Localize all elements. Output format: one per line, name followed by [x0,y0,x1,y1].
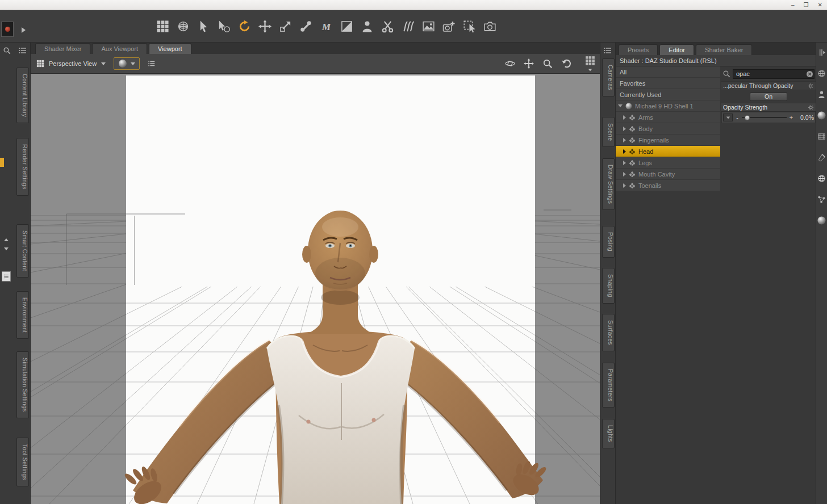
slider-thumb[interactable] [745,115,750,120]
tree-node-michael9-shell[interactable]: Michael 9 HD Shell 1 [616,100,720,111]
property-group-header[interactable]: ...pecular Through Opacity [721,81,816,90]
surface-row-arms[interactable]: Arms [616,112,720,123]
sidebar-tab-environment[interactable]: Environment [16,291,29,339]
surface-row-fingernails[interactable]: Fingernails [616,135,720,145]
universal-tool-button[interactable] [175,15,191,37]
region-navigator-tool-button[interactable] [420,15,437,37]
drawstyle-selector[interactable] [114,57,140,70]
dock-tab-lights[interactable]: Lights [602,419,615,448]
expand-icon[interactable] [623,183,626,188]
sidebar-tab-tool-settings[interactable]: Tool Settings [16,438,29,486]
pane-menu-icon[interactable] [18,46,27,55]
sphere-icon[interactable] [817,216,826,225]
search-icon[interactable] [3,47,11,54]
node-selection-tool-button[interactable] [195,15,212,37]
slider-decrement[interactable]: - [735,114,740,121]
dock-tab-posing[interactable]: Posing [602,226,615,258]
tab-editor[interactable]: Editor [659,44,694,55]
joint-editor-tool-button[interactable] [298,15,314,37]
create-camera-tool-button[interactable] [441,15,457,37]
active-rotate-tool-button[interactable] [236,15,253,37]
expand-icon[interactable] [623,127,626,131]
surface-selection-tool-button[interactable] [339,15,355,37]
minimize-button[interactable]: – [791,1,795,9]
pane-menu-icon[interactable] [603,46,612,55]
filter-all[interactable]: All [616,66,720,77]
reset-camera-icon[interactable] [561,58,571,69]
translate-tool-button[interactable] [257,15,273,37]
tab-presets[interactable]: Presets [619,44,658,55]
expand-collapse-icon[interactable] [618,104,623,107]
dock-tab-draw-settings[interactable]: Draw Settings [602,158,615,210]
paint-brush-icon[interactable] [817,153,826,162]
actor-icon[interactable] [817,90,826,99]
expand-icon[interactable] [623,172,626,177]
sidebar-tab-smart-content[interactable]: Smart Content [16,224,29,278]
maximize-button[interactable]: ❒ [804,1,809,9]
quick-access-thumbnail[interactable] [1,22,14,37]
scene-navigator-tool-button[interactable] [154,15,171,37]
world-globe-icon[interactable] [817,174,826,183]
filter-currently-used[interactable]: Currently Used [616,89,720,100]
surface-row-toenails[interactable]: Toenails [616,180,720,191]
tab-label: Aux Viewport [101,45,138,52]
dock-tab-parameters[interactable]: Parameters [602,363,615,408]
rotate-cursor-tool-button[interactable] [216,15,232,37]
panel-handle-icon[interactable] [817,48,826,57]
figure-setup-tool-button[interactable] [359,15,375,37]
scroll-down-icon[interactable] [4,245,9,251]
filter-label: All [620,69,626,75]
scroll-up-icon[interactable] [4,236,9,242]
property-search-input[interactable] [733,69,815,79]
pane-popout-icon[interactable] [2,271,11,282]
zoom-camera-icon[interactable] [542,58,553,69]
sidebar-tab-simulation-settings[interactable]: Simulation Settings [16,351,29,418]
geometry-editor-tool-button[interactable] [379,15,396,37]
viewport-canvas[interactable] [31,74,600,504]
gear-icon[interactable] [808,83,814,89]
dock-tab-scene[interactable]: Scene [602,117,615,147]
view-selector-dropdown-icon[interactable] [101,62,106,65]
clear-search-icon[interactable] [807,71,813,77]
render-film-icon[interactable] [817,132,826,141]
expand-icon[interactable] [623,115,626,120]
pan-camera-icon[interactable] [524,58,534,69]
parameter-options-dropdown[interactable] [723,114,733,121]
surface-row-mouth-cavity[interactable]: Mouth Cavity [616,169,720,179]
dock-tab-shaping[interactable]: Shaping [602,268,615,304]
gear-icon[interactable] [808,104,814,111]
surface-row-body[interactable]: Body [616,123,720,134]
tab-aux-viewport[interactable]: Aux Viewport [92,43,147,54]
play-arrow-icon[interactable] [22,27,26,33]
surface-row-legs[interactable]: Legs [616,157,720,168]
tab-shader-baker[interactable]: Shader Baker [696,44,752,55]
camera-view-selector[interactable]: Perspective View [49,60,97,67]
hair-tool-button[interactable] [400,15,416,37]
expand-icon[interactable] [623,138,626,142]
dock-tab-surfaces[interactable]: Surfaces [602,314,615,351]
orbit-camera-icon[interactable] [505,58,515,69]
sidebar-tab-content-library[interactable]: Content Library [16,68,29,123]
opacity-toggle-button[interactable]: On [750,93,787,101]
surface-row-head-selected[interactable]: Head [616,146,720,157]
slider-value[interactable]: 0.0% [796,114,814,121]
spot-render-tool-button[interactable] [461,15,478,37]
scale-tool-button[interactable] [277,15,294,37]
scene-list-icon[interactable] [148,60,156,68]
expand-icon[interactable] [623,149,626,154]
slider-track[interactable] [742,114,787,121]
sidebar-tab-render-settings[interactable]: Render Settings [16,138,29,196]
slider-increment[interactable]: + [789,114,793,121]
tab-shader-mixer[interactable]: Shader Mixer [35,43,90,54]
node-network-icon[interactable] [817,195,826,204]
dock-tab-cameras[interactable]: Cameras [602,58,615,96]
activity-globe-icon[interactable] [817,69,826,78]
measure-metrics-tool-button[interactable] [318,15,335,37]
expand-icon[interactable] [623,161,626,165]
filter-favorites[interactable]: Favorites [616,78,720,89]
tab-viewport[interactable]: Viewport [149,43,191,54]
close-button[interactable]: ✕ [818,1,822,9]
shader-ball-icon[interactable] [817,111,826,120]
viewport-options[interactable] [586,54,594,73]
render-camera-tool-button[interactable] [482,15,498,37]
